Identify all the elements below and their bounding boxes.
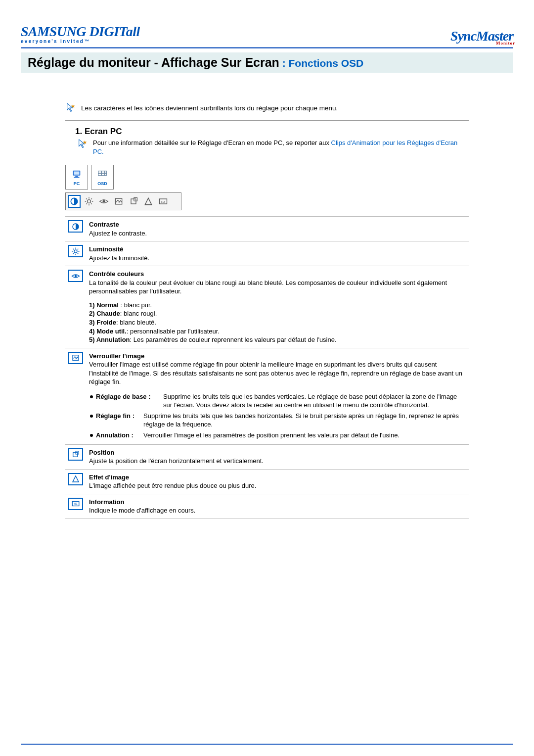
- section-intro: Pour une information détaillée sur le Ré…: [77, 139, 469, 156]
- tab-pc[interactable]: PC: [65, 165, 88, 189]
- cursor-star-icon: [77, 139, 88, 149]
- svg-line-23: [91, 198, 92, 199]
- svg-rect-6: [75, 176, 78, 177]
- title-bar: Réglage du moniteur - Affichage Sur Ecra…: [21, 52, 513, 73]
- tool-information[interactable]: HZ: [157, 195, 170, 208]
- horizontal-rule-top: [21, 47, 513, 48]
- tool-color[interactable]: [97, 195, 110, 208]
- svg-line-38: [78, 253, 79, 254]
- svg-rect-43: [73, 452, 78, 457]
- osd-definitions-table: ContrasteAjustez le contraste. Luminosit…: [65, 216, 469, 519]
- svg-point-24: [103, 200, 105, 203]
- section-heading: 1. Ecran PC: [75, 127, 469, 137]
- contrast-title: Contraste: [89, 221, 119, 228]
- svg-marker-0: [67, 103, 73, 112]
- header: SAMSUNG DIGITall everyone's invited™ Syn…: [21, 24, 513, 44]
- row-color: Contrôle couleurs La tonalité de la coul…: [65, 266, 469, 348]
- tool-brightness[interactable]: [83, 195, 95, 208]
- sun-icon: [68, 245, 83, 257]
- tab-osd[interactable]: OSD: [91, 165, 114, 189]
- monitor-icon: [71, 169, 82, 180]
- intro-row: Les caractères et les icônes deviennent …: [65, 102, 469, 113]
- svg-line-22: [86, 203, 87, 204]
- row-contrast: ContrasteAjustez le contraste.: [65, 217, 469, 241]
- tab-pc-label: PC: [74, 181, 80, 186]
- title-main: Réglage du moniteur - Affichage Sur Ecra…: [28, 55, 279, 69]
- svg-line-40: [78, 248, 79, 249]
- effect-title: Effet d'image: [89, 473, 129, 481]
- svg-point-15: [88, 200, 91, 203]
- eye-icon: [99, 196, 109, 206]
- position-icon: [68, 448, 83, 461]
- svg-marker-45: [73, 476, 79, 482]
- bullet-icon: [90, 415, 93, 418]
- svg-rect-44: [76, 451, 79, 454]
- horizontal-rule-bottom: [21, 744, 513, 745]
- effect-desc: L'image affichée peut être rendue plus d…: [89, 482, 256, 489]
- color-title: Contrôle couleurs: [89, 270, 144, 278]
- bullet-icon: [90, 434, 93, 437]
- tool-effect[interactable]: [142, 195, 155, 208]
- row-image-lock: Verrouiller l'image Verrouiller l'image …: [65, 348, 469, 444]
- contrast-desc: Ajustez le contraste.: [89, 230, 147, 237]
- hz-icon: HZ: [68, 498, 83, 510]
- triangle-icon: [143, 196, 153, 206]
- triangle-icon: [68, 473, 83, 485]
- svg-line-20: [86, 198, 87, 199]
- svg-text:HZ: HZ: [74, 503, 78, 506]
- tab-osd-label: OSD: [97, 181, 107, 186]
- brand-samsung: SAMSUNG DIGITall: [21, 24, 140, 40]
- svg-rect-26: [131, 199, 136, 204]
- section-intro-text: Pour une information détaillée sur le Ré…: [93, 139, 331, 146]
- svg-rect-12: [105, 171, 107, 173]
- grid-icon: [97, 169, 108, 180]
- tool-image-lock[interactable]: [112, 195, 125, 208]
- svg-marker-2: [79, 140, 85, 148]
- svg-text:HZ: HZ: [161, 200, 165, 203]
- brand-syncmaster: SyncMaster Monitor: [450, 28, 513, 44]
- contrast-icon: [69, 196, 79, 206]
- brand-syncmaster-sub: Monitor: [496, 41, 515, 46]
- tabs-row: PC OSD: [65, 165, 469, 189]
- svg-point-41: [75, 275, 77, 278]
- svg-rect-5: [74, 171, 80, 174]
- svg-rect-13: [105, 173, 107, 176]
- row-information: HZ InformationIndique le mode d'affichag…: [65, 494, 469, 519]
- svg-rect-27: [134, 198, 137, 201]
- lock-desc: Verrouiller l'image est utilisé comme ré…: [89, 361, 462, 385]
- position-icon: [129, 196, 138, 206]
- svg-point-32: [74, 250, 77, 253]
- horizontal-rule-thin: [65, 120, 469, 121]
- title-sub: : Fonctions OSD: [279, 57, 363, 69]
- lock-title: Verrouiller l'image: [89, 352, 144, 360]
- svg-rect-10: [98, 173, 101, 176]
- tool-position[interactable]: [127, 195, 140, 208]
- row-effect: Effet d'imageL'image affichée peut être …: [65, 469, 469, 494]
- hz-icon: HZ: [158, 196, 168, 206]
- svg-marker-28: [145, 198, 151, 204]
- svg-rect-9: [101, 171, 104, 173]
- svg-rect-8: [98, 171, 101, 173]
- info-title: Information: [89, 498, 125, 506]
- color-desc: La tonalité de la couleur peut évoluer d…: [89, 279, 447, 295]
- bullet-icon: [90, 395, 93, 398]
- svg-rect-11: [101, 173, 104, 176]
- contrast-icon: [68, 220, 83, 233]
- svg-line-39: [73, 253, 74, 254]
- position-title: Position: [89, 449, 114, 456]
- brightness-desc: Ajustez la luminosité.: [89, 254, 149, 262]
- brightness-title: Luminosité: [89, 245, 123, 253]
- tool-contrast[interactable]: [68, 195, 81, 208]
- image-lock-icon: [68, 352, 83, 364]
- svg-line-21: [91, 203, 92, 204]
- svg-line-37: [73, 248, 74, 249]
- svg-rect-7: [74, 177, 80, 178]
- info-desc: Indique le mode d'affichage en cours.: [89, 507, 195, 514]
- image-lock-icon: [114, 196, 124, 206]
- osd-toolbar: HZ: [65, 192, 181, 210]
- intro-text: Les caractères et les icônes deviennent …: [81, 104, 338, 112]
- row-brightness: LuminositéAjustez la luminosité.: [65, 241, 469, 266]
- position-desc: Ajuste la position de l'écran horizontal…: [89, 457, 264, 465]
- cursor-star-icon: [65, 102, 76, 113]
- eye-icon: [68, 270, 83, 282]
